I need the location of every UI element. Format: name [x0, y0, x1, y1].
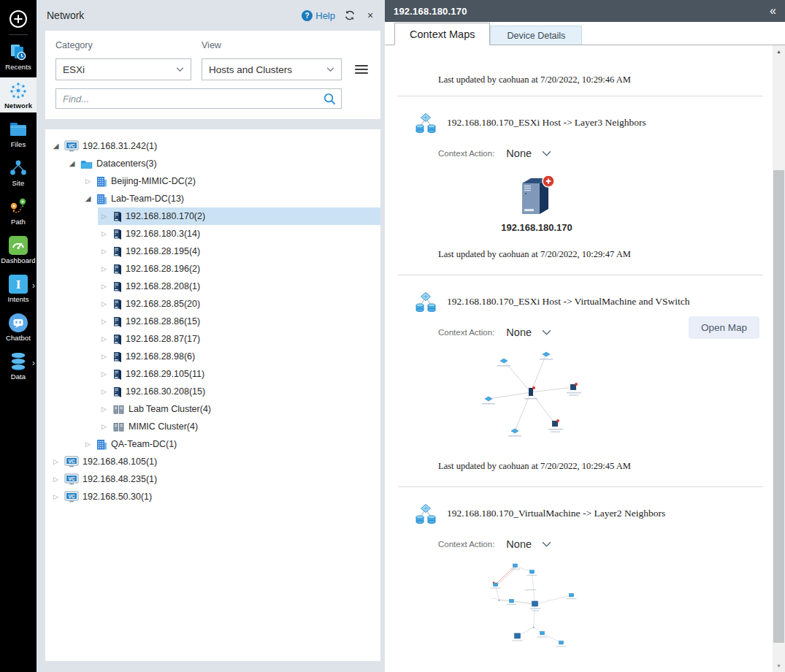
tree-row-body[interactable]: ▷192.168.48.235(1) — [50, 470, 380, 488]
context-map-icon — [414, 291, 437, 313]
open-map-button[interactable]: Open Map — [689, 316, 759, 339]
search-icon[interactable] — [323, 92, 337, 106]
tree-row-body[interactable]: ▷Lab Team Cluster(4) — [98, 400, 380, 418]
tab-context-maps[interactable]: Context Maps — [394, 23, 490, 45]
expand-arrow-icon[interactable]: ▷ — [99, 330, 109, 348]
tree-row-body[interactable]: ▷192.168.30.208(15) — [98, 383, 380, 400]
chevron-down-icon — [542, 329, 551, 336]
collapse-panel-button[interactable]: « — [770, 5, 776, 17]
card-header: 192.168.180.170_ESXi Host -> Layer3 Neig… — [414, 112, 763, 133]
tree-row-body[interactable]: ▷192.168.28.98(6) — [98, 348, 380, 365]
expand-arrow-icon[interactable]: ▷ — [99, 365, 109, 383]
expand-arrow-icon[interactable]: ▷ — [99, 348, 109, 365]
sidebar-item-intents[interactable]: Intents› — [0, 271, 37, 306]
tree-item-label: 192.168.180.3(14) — [126, 229, 200, 239]
help-button[interactable]: Help — [302, 10, 335, 21]
expand-arrow-icon[interactable]: ▷ — [51, 470, 61, 488]
tree-row-body[interactable]: ◢Datacenters(3) — [66, 155, 380, 172]
sidebar-item-chatbot[interactable]: Chatbot — [0, 310, 37, 345]
network-panel-header: Network Help × — [37, 0, 385, 31]
tree-row: ▷192.168.28.87(17) — [45, 330, 380, 348]
map-thumbnail[interactable]: 192.168.180.170 — [413, 172, 661, 233]
expand-arrow-icon[interactable]: ▷ — [99, 400, 109, 418]
expand-arrow-icon[interactable]: ▷ — [99, 207, 109, 225]
tree-row-body[interactable]: ▷192.168.180.3(14) — [98, 225, 380, 243]
context-action-row: Context Action:None — [438, 143, 763, 164]
expand-arrow-icon[interactable]: ▷ — [83, 172, 93, 190]
context-action-select[interactable]: None — [506, 327, 551, 338]
tree-row-body[interactable]: ▷192.168.28.208(1) — [98, 278, 380, 295]
map-thumbnail[interactable] — [413, 560, 661, 659]
vertical-scrollbar[interactable]: ▲ ▼ — [773, 45, 785, 672]
new-button[interactable] — [7, 8, 29, 30]
sidebar-item-data[interactable]: Data› — [0, 348, 37, 383]
collapse-arrow-icon[interactable]: ◢ — [83, 190, 93, 207]
context-maps-content: Last updated by caohuan at 7/20/2022, 10… — [385, 45, 773, 672]
context-action-select[interactable]: None — [506, 148, 551, 159]
map-thumbnail-mesh — [477, 560, 597, 659]
recents-icon — [9, 42, 28, 61]
expand-arrow-icon[interactable]: ▷ — [51, 488, 61, 505]
tree-row-body[interactable]: ▷192.168.28.87(17) — [98, 330, 380, 348]
scroll-down-arrow[interactable]: ▼ — [773, 660, 785, 672]
tree-row: ◢Lab-Team-DC(13) — [45, 190, 380, 207]
expand-arrow-icon[interactable]: ▷ — [83, 435, 93, 453]
help-label: Help — [315, 10, 335, 21]
expand-arrow-icon[interactable]: ▷ — [99, 225, 109, 243]
refresh-icon — [344, 9, 356, 21]
menu-button[interactable] — [355, 63, 368, 76]
expand-arrow-icon[interactable]: ▷ — [99, 243, 109, 260]
sidebar-item-dashboard[interactable]: Dashboard — [0, 232, 37, 267]
rail-divider — [9, 34, 28, 35]
tree-row-body[interactable]: ▷192.168.28.196(2) — [98, 260, 380, 278]
scroll-up-arrow[interactable]: ▲ — [773, 45, 785, 58]
close-button[interactable]: × — [364, 9, 376, 21]
tree-row-body[interactable]: ▷MIMIC Cluster(4) — [98, 418, 380, 435]
esxi-host-icon — [112, 386, 122, 397]
tree-row-body[interactable]: ▷192.168.28.85(20) — [98, 295, 380, 313]
map-thumbnail[interactable] — [413, 348, 661, 445]
tree-row: ▷192.168.28.86(15) — [45, 313, 380, 330]
expand-arrow-icon[interactable]: ▷ — [51, 453, 61, 470]
expand-arrow-icon[interactable]: ▷ — [99, 295, 109, 313]
device-tree: ◢192.168.31.242(1)◢Datacenters(3)▷Beijin… — [45, 129, 380, 661]
expand-arrow-icon[interactable]: ▷ — [99, 418, 109, 435]
find-input[interactable] — [55, 88, 342, 109]
tree-row-body[interactable]: ▷192.168.28.195(4) — [98, 243, 380, 260]
refresh-button[interactable] — [344, 9, 356, 21]
tree-row-body[interactable]: ▷192.168.29.105(11) — [98, 365, 380, 383]
expand-arrow-icon[interactable]: ▷ — [99, 383, 109, 400]
sidebar-item-path[interactable]: Path — [0, 194, 37, 229]
context-action-label: Context Action: — [438, 540, 494, 549]
tree-row-body[interactable]: ▷QA-Team-DC(1) — [82, 435, 380, 453]
context-action-select[interactable]: None — [506, 538, 551, 550]
tree-row-body[interactable]: ◢Lab-Team-DC(13) — [82, 190, 380, 207]
sidebar-item-network[interactable]: Network — [0, 77, 37, 112]
chevron-down-icon — [542, 541, 551, 548]
expand-arrow-icon[interactable]: ▷ — [99, 260, 109, 278]
site-icon — [9, 159, 28, 177]
tree-row-body[interactable]: ▷Beijing-MIMIC-DC(2) — [82, 172, 380, 190]
intents-icon — [9, 275, 28, 294]
tab-bar: Context MapsDevice Details — [385, 22, 785, 45]
expand-arrow-icon[interactable]: ▷ — [99, 313, 109, 330]
sidebar-item-site[interactable]: Site — [0, 155, 37, 190]
expand-arrow-icon[interactable]: ▷ — [99, 278, 109, 295]
tree-row-body[interactable]: ▷192.168.28.86(15) — [98, 313, 380, 330]
view-select[interactable]: Hosts and Clusters — [202, 58, 342, 80]
tree-row-body[interactable]: ▷192.168.50.30(1) — [50, 488, 380, 505]
tree-row-body[interactable]: ▷192.168.48.105(1) — [50, 453, 380, 470]
tab-device-details[interactable]: Device Details — [490, 26, 582, 45]
sidebar-item-recents[interactable]: Recents — [0, 39, 37, 74]
tree-item-label: 192.168.48.105(1) — [83, 457, 157, 467]
thumbnail-device-label: 192.168.180.170 — [501, 222, 573, 233]
network-icon — [9, 81, 28, 100]
sidebar-item-files[interactable]: Files — [0, 116, 37, 151]
tree-row-body[interactable]: ▷192.168.180.170(2) — [98, 207, 380, 225]
collapse-arrow-icon[interactable]: ◢ — [67, 155, 77, 172]
scrollbar-thumb[interactable] — [773, 170, 784, 643]
tree-row: ▷MIMIC Cluster(4) — [45, 418, 380, 435]
tree-row-body[interactable]: ◢192.168.31.242(1) — [50, 137, 380, 155]
collapse-arrow-icon[interactable]: ◢ — [51, 137, 61, 155]
category-select[interactable]: ESXi — [55, 58, 191, 80]
